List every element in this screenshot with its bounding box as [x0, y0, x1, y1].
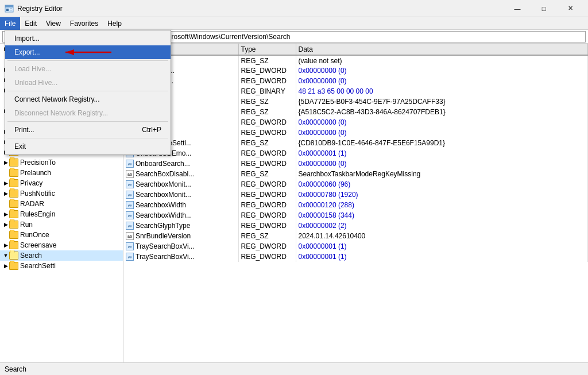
cell-type: REG_DWORD — [238, 200, 296, 210]
table-row[interactable]: ##SearchboxWidth...REG_DWORD0x00000158 (… — [123, 210, 588, 221]
table-row[interactable]: ##SearchGlyphTypeREG_DWORD0x00000002 (2) — [123, 221, 588, 231]
tree-item-policies[interactable]: ▶ Policies — [0, 147, 123, 157]
expand-arrow: ▶ — [2, 66, 9, 73]
tree-item-prelaunch[interactable]: Prelaunch — [0, 168, 123, 178]
menu-item-file[interactable]: File — [0, 17, 20, 30]
cell-type: REG_DWORD — [238, 179, 296, 190]
folder-icon — [9, 148, 18, 156]
expand-arrow: ▶ — [2, 211, 9, 218]
expand-arrow: ▶ — [2, 159, 9, 166]
tree-item-precisionto[interactable]: ▶ PrecisionTo — [0, 157, 123, 168]
tree-label: Holographi — [20, 45, 53, 53]
value-name: SearchH... — [136, 129, 168, 137]
value-name: ActiveLock... — [136, 67, 175, 75]
svg-rect-3 — [10, 9, 12, 9]
value-name: edAccess — [136, 118, 165, 126]
tree-item-searchsetti[interactable]: ▶ SearchSetti — [0, 261, 123, 271]
tree-item-penworksp[interactable]: ▶ PenWorksp — [0, 137, 123, 147]
menu-item-edit[interactable]: Edit — [20, 17, 41, 30]
cell-type: REG_DWORD — [238, 117, 296, 127]
tree-item-run[interactable]: ▶ Run — [0, 219, 123, 230]
menu-item-favorites[interactable]: Favorites — [65, 17, 103, 30]
table-row[interactable]: ##ActiveLock...REG_DWORD0x00000000 (0) — [123, 65, 588, 76]
folder-icon — [9, 210, 18, 218]
folder-icon — [9, 241, 18, 249]
menu-item-help[interactable]: Help — [103, 17, 126, 30]
table-row[interactable]: ##OnboardSBEmo...REG_DWORD0x00000001 (1) — [123, 148, 588, 158]
expand-arrow — [2, 169, 9, 176]
table-row[interactable]: abIWin32A...REG_SZ{A518C5C2-AC8B-43D3-84… — [123, 107, 588, 117]
cell-type: REG_DWORD — [238, 252, 296, 262]
table-row[interactable]: ##TraySearchBoxVi...REG_DWORD0x00000001 … — [123, 252, 588, 262]
values-scroll[interactable]: Name Type Data ab(Default)REG_SZ(value n… — [123, 44, 588, 362]
folder-icon — [9, 262, 18, 270]
svg-rect-4 — [10, 10, 12, 10]
table-row[interactable]: abSnrBundleVersionREG_SZ2024.01.14.42610… — [123, 231, 588, 241]
tree-item-holographi[interactable]: ▶ Holographi — [0, 44, 123, 54]
tree-item-search[interactable]: ▼ Search — [0, 250, 123, 261]
table-row[interactable]: ##edAccessREG_DWORD0x00000000 (0) — [123, 117, 588, 127]
tree-item-runonce[interactable]: RunOnce — [0, 230, 123, 240]
table-row[interactable]: ##SearchboxMonit...REG_DWORD0x00000060 (… — [123, 179, 588, 190]
value-name: SearchboxMonit... — [136, 180, 191, 188]
col-name[interactable]: Name — [123, 44, 238, 55]
tree-item-mobility[interactable]: Mobility — [0, 116, 123, 126]
tree-item-ime[interactable]: ime — [0, 54, 123, 64]
value-type-icon: ## — [126, 67, 134, 75]
cell-data: 0x00000001 (1) — [296, 252, 588, 262]
address-input[interactable] — [2, 31, 586, 42]
table-row[interactable]: ##BoundApp...REG_DWORD0x00000000 (0) — [123, 76, 588, 86]
value-name: (Default) — [136, 56, 162, 64]
tree-item-irisservice[interactable]: IrisService — [0, 95, 123, 106]
cell-name: ##SearchboxWidth — [123, 200, 238, 210]
cell-data: 0x00000120 (288) — [296, 200, 588, 210]
table-row[interactable]: 01StateLas...REG_BINARY48 21 a3 65 00 00… — [123, 86, 588, 96]
address-bar — [0, 30, 588, 44]
expand-arrow: ▶ — [2, 180, 9, 187]
tree-item-notification[interactable]: ▶ Notificatio — [0, 126, 123, 137]
table-row[interactable]: ##SearchboxMonit...REG_DWORD0x00000780 (… — [123, 190, 588, 200]
table-row[interactable]: ##OnboardSearch...REG_DWORD0x00000000 (0… — [123, 158, 588, 169]
cell-type: REG_DWORD — [238, 241, 296, 252]
menu-item-view[interactable]: View — [41, 17, 65, 30]
value-type-icon: ab — [126, 57, 134, 65]
tree-item-privacy[interactable]: ▶ Privacy — [0, 178, 123, 188]
table-row[interactable]: ##SearchboxWidthREG_DWORD0x00000120 (288… — [123, 200, 588, 210]
title-bar: Registry Editor — □ ✕ — [0, 0, 588, 17]
window-controls: — □ ✕ — [504, 0, 583, 17]
tree-item-rulesengine[interactable]: ▶ RulesEngin — [0, 209, 123, 219]
value-name: SearchboxWidth... — [136, 211, 192, 219]
tree-item-lockscreen[interactable]: ▶ Lock Screer — [0, 106, 123, 116]
value-type-icon: ab — [126, 139, 134, 147]
cell-name: ##edAccess — [123, 117, 238, 127]
table-row[interactable]: ##TraySearchBoxVi...REG_DWORD0x00000001 … — [123, 241, 588, 252]
tree-item-internetset[interactable]: ▶ Internet Set — [0, 85, 123, 95]
col-data[interactable]: Data — [296, 44, 588, 55]
tree-label: RunOnce — [20, 231, 49, 239]
cell-type: REG_DWORD — [238, 158, 296, 169]
tree-item-screensave[interactable]: ▶ Screensave — [0, 240, 123, 250]
value-type-icon: ## — [126, 129, 134, 137]
col-type[interactable]: Type — [238, 44, 296, 55]
table-row[interactable]: ##SearchH...REG_DWORD0x00000000 (0) — [123, 127, 588, 138]
close-button[interactable]: ✕ — [557, 0, 583, 17]
table-row[interactable]: abSearchBoxDisabl...REG_SZSearchboxTaskb… — [123, 169, 588, 179]
maximize-button[interactable]: □ — [531, 0, 557, 17]
value-name: SearchGlyphType — [136, 222, 190, 230]
tree-scroll[interactable]: ▶ Holographi ime ▶ ImmersiveS ▶ InstallS… — [0, 44, 123, 362]
expand-arrow — [2, 97, 9, 104]
tree-item-immersives[interactable]: ▶ ImmersiveS — [0, 64, 123, 75]
tree-item-radar[interactable]: RADAR — [0, 199, 123, 209]
table-row[interactable]: ab(Default)REG_SZ(value not set) — [123, 55, 588, 65]
minimize-button[interactable]: — — [504, 0, 531, 17]
value-type-icon: ## — [126, 201, 134, 209]
folder-icon — [9, 221, 18, 229]
table-row[interactable]: abNamespaceSetti...REG_SZ{CD810DB9-1C0E-… — [123, 138, 588, 148]
folder-icon — [9, 179, 18, 187]
cell-name: ##BoundApp... — [123, 76, 238, 86]
tree-label: IrisService — [20, 96, 52, 105]
table-row[interactable]: abIPackag...REG_SZ{5DA772E5-B0F3-454C-9E… — [123, 96, 588, 107]
tree-item-pushnotific[interactable]: ▶ PushNotific — [0, 188, 123, 199]
tree-item-installservi[interactable]: ▶ InstallServi — [0, 75, 123, 85]
value-name: NamespaceSetti... — [136, 139, 192, 147]
